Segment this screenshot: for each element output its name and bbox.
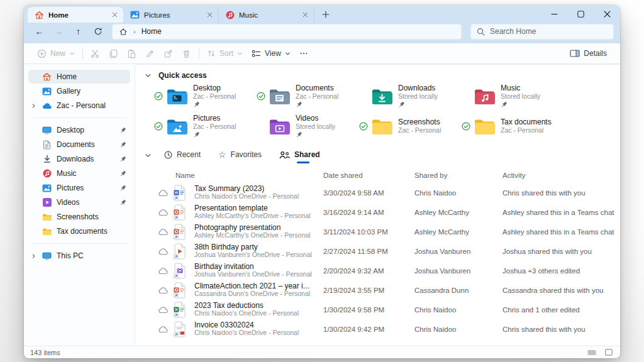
sidebar-item-home[interactable]: Home [28, 70, 130, 84]
maximize-button[interactable] [567, 5, 594, 23]
more-options-button[interactable] [295, 45, 313, 62]
minimize-button[interactable] [541, 5, 567, 23]
pictures-icon [42, 184, 52, 192]
file-row-0[interactable]: Tax Summary (2023)Chris Naidoo's OneDriv… [135, 183, 620, 202]
shared-file-list: Tax Summary (2023)Chris Naidoo's OneDriv… [135, 183, 620, 346]
delete-button[interactable] [177, 45, 196, 62]
breadcrumb[interactable]: › Home [112, 24, 462, 40]
details-view-toggle-icon[interactable] [587, 349, 596, 356]
share-button[interactable] [159, 45, 177, 62]
file-location: Chris Naidoo's OneDrive - Personal [194, 310, 318, 317]
sort-button[interactable]: Sort [203, 45, 247, 62]
people-icon [279, 151, 290, 159]
music-folder-icon [474, 87, 496, 106]
sidebar-item-music[interactable]: Music [28, 167, 130, 180]
home-icon [42, 72, 52, 81]
expand-chevron-icon[interactable] [30, 103, 37, 109]
tab-close-icon[interactable] [109, 9, 120, 20]
column-header-activity[interactable]: Activity [502, 172, 620, 179]
section-collapse-chevron-icon[interactable] [145, 152, 152, 159]
quick-access-collapse-chevron-icon[interactable] [145, 72, 152, 79]
tab-shared[interactable]: Shared [278, 149, 321, 162]
file-name: ClimateAction.tech 2021 – year i... [194, 282, 318, 290]
sidebar-item-label: Pictures [57, 184, 84, 192]
refresh-button[interactable] [89, 23, 107, 40]
sidebar-item-gallery[interactable]: Gallery [28, 84, 130, 98]
quick-access-tile-desktop[interactable]: DesktopZac - Personal [153, 82, 255, 110]
pc-icon [42, 252, 52, 260]
window-tab-pictures[interactable]: Pictures [123, 7, 219, 23]
tile-location: Zac - Personal [193, 93, 236, 101]
tab-favorites[interactable]: ☆Favorites [217, 149, 263, 162]
file-row-7[interactable]: Invoice 03302024Chris Naidoo's OneDrive … [135, 319, 620, 339]
copy-button[interactable] [104, 45, 123, 62]
quick-access-tile-music[interactable]: MusicStored locally [460, 82, 563, 110]
tab-close-icon[interactable] [300, 9, 311, 20]
close-button[interactable] [594, 5, 620, 23]
sidebar-item-zac-personal[interactable]: Zac - Personal [28, 99, 130, 112]
file-location: Chris Naidoo's OneDrive - Personal [194, 193, 318, 200]
download-icon [42, 155, 52, 163]
quick-access-tile-documents[interactable]: DocumentsZac - Personal [255, 82, 358, 110]
pin-icon [119, 127, 126, 134]
new-tab-button[interactable] [318, 7, 333, 22]
word-file-icon [173, 185, 194, 201]
window-tab-music[interactable]: Music [219, 7, 314, 23]
tile-name: Screenshots [398, 118, 441, 126]
onedrive-icon [42, 102, 52, 109]
file-row-4[interactable]: Birthday invitationJoshua Vanburen's One… [135, 261, 620, 280]
tab-recent[interactable]: Recent [163, 149, 202, 162]
quick-access-tile-videos[interactable]: VideosStored locally [255, 112, 358, 140]
up-button[interactable]: ↑ [69, 23, 87, 40]
paste-button[interactable] [123, 45, 141, 62]
sidebar-item-desktop[interactable]: Desktop [28, 123, 130, 137]
expand-chevron-icon[interactable] [30, 253, 37, 259]
file-row-2[interactable]: Photography presentationAshley McCarthy'… [135, 222, 620, 241]
back-button[interactable]: ← [30, 23, 48, 40]
quick-access-tile-screenshots[interactable]: ScreenshotsZac - Personal [358, 112, 460, 140]
file-row-5[interactable]: ClimateAction.tech 2021 – year i...Cassa… [135, 280, 620, 300]
view-button[interactable]: View [247, 45, 295, 62]
sidebar-item-videos[interactable]: Videos [28, 195, 130, 209]
large-icons-view-toggle-icon[interactable] [605, 349, 613, 356]
search-box[interactable] [470, 24, 614, 40]
window-tab-home[interactable]: Home [28, 7, 123, 23]
sidebar-item-pictures[interactable]: Pictures [28, 181, 130, 195]
tab-close-icon[interactable] [204, 9, 215, 20]
file-row-1[interactable]: Presentation templateAshley McCarthy's O… [135, 202, 620, 222]
trash-icon [182, 49, 191, 58]
file-row-3[interactable]: 38th Birthday partyJoshua Vanburen's One… [135, 241, 620, 261]
sync-status-icon [460, 122, 471, 131]
quick-access-tile-tax-documents[interactable]: Tax documentsZac - Personal [460, 112, 563, 140]
new-icon [37, 49, 47, 58]
sidebar-item-tax-documents[interactable]: Tax documents [28, 224, 130, 238]
search-input[interactable] [490, 27, 608, 36]
shared-by: Joshua Vanburen [414, 267, 502, 275]
column-header-name[interactable]: Name [157, 172, 323, 179]
new-button[interactable]: New [33, 45, 79, 62]
rename-button[interactable] [141, 45, 159, 62]
star-icon: ☆ [218, 150, 226, 160]
quick-access-tile-pictures[interactable]: PicturesZac - Personal [153, 112, 255, 140]
sort-icon [207, 49, 216, 58]
column-header-date-shared[interactable]: Date shared [323, 172, 414, 179]
pin-icon [501, 101, 540, 108]
quick-access-tile-downloads[interactable]: DownloadsStored locally [358, 82, 460, 110]
file-row-6[interactable]: 2023 Tax deductionsChris Naidoo's OneDri… [135, 300, 620, 319]
cut-button[interactable] [86, 45, 104, 62]
downloads-folder-icon [371, 87, 394, 106]
forward-button[interactable]: → [50, 23, 68, 40]
chevron-down-icon [285, 51, 291, 57]
titlebar[interactable]: HomePicturesMusic [24, 5, 620, 23]
powerpoint-file-icon [173, 224, 194, 240]
activity: Joshua shared this with you [502, 248, 620, 255]
details-pane-button[interactable]: Details [565, 45, 611, 62]
sidebar-item-this-pc[interactable]: This PC [28, 249, 130, 263]
sidebar-item-downloads[interactable]: Downloads [28, 152, 130, 166]
shared-by: Chris Naidoo [414, 326, 502, 333]
sidebar-item-screenshots[interactable]: Screenshots [28, 210, 130, 224]
tile-location: Stored locally [501, 93, 540, 101]
sidebar-item-label: Screenshots [57, 212, 99, 221]
sidebar-item-documents[interactable]: Documents [28, 138, 130, 151]
column-header-shared-by[interactable]: Shared by [414, 172, 502, 179]
